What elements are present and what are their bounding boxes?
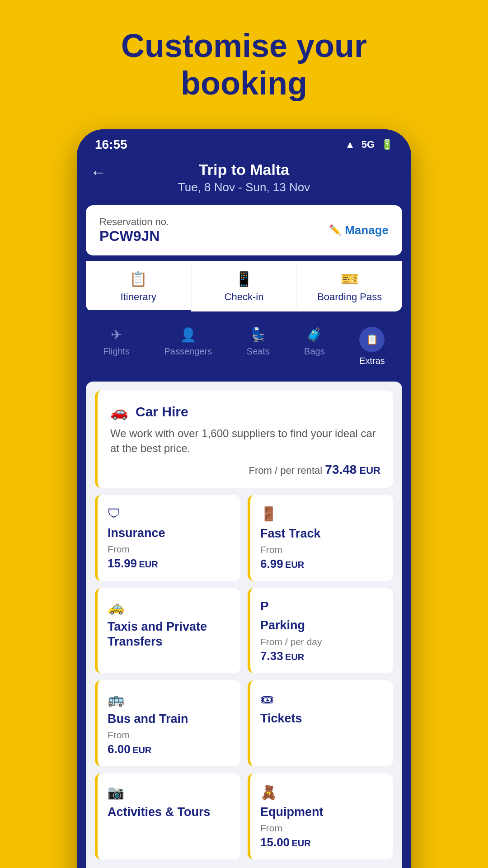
signal-icon: 5G <box>361 139 375 151</box>
bus-train-icon: 🚌 <box>108 691 230 707</box>
nav-passengers[interactable]: 👤 Passengers <box>164 327 212 366</box>
car-hire-card[interactable]: 🚗 Car Hire We work with over 1,600 suppl… <box>95 391 393 488</box>
bus-train-card[interactable]: 🚌 Bus and Train From 6.00 EUR <box>95 680 240 766</box>
taxis-card[interactable]: 🚕 Taxis and Private Transfers <box>95 588 240 673</box>
tab-boarding-label: Boarding Pass <box>317 291 382 303</box>
activities-icon: 📷 <box>108 784 230 800</box>
parking-card[interactable]: P Parking From / per day 7.33 EUR <box>248 588 393 673</box>
extras-label: Extras <box>359 356 385 366</box>
reservation-card: Reservation no. PCW9JN ✏️ Manage <box>86 205 402 255</box>
bus-train-price: 6.00 EUR <box>108 742 230 756</box>
seats-label: Seats <box>247 346 270 357</box>
insurance-card[interactable]: 🛡 Insurance From 15.99 EUR <box>95 495 240 581</box>
fast-track-icon: 🚪 <box>260 506 383 522</box>
trip-dates: Tue, 8 Nov - Sun, 13 Nov <box>104 180 384 194</box>
tab-boarding[interactable]: 🎫 Boarding Pass <box>297 261 402 311</box>
nav-seats[interactable]: 💺 Seats <box>247 327 270 366</box>
nav-bags[interactable]: 🧳 Bags <box>304 327 325 366</box>
parking-icon: P <box>260 599 383 613</box>
tab-itinerary-label: Itinerary <box>121 291 156 303</box>
bus-train-from: From <box>108 730 230 741</box>
back-button[interactable]: ← <box>90 163 107 182</box>
tickets-title: Tickets <box>260 711 383 726</box>
app-header: ← Trip to Malta Tue, 8 Nov - Sun, 13 Nov <box>77 156 411 205</box>
equipment-card[interactable]: 🧸 Equipment From 15.00 EUR <box>248 774 393 859</box>
taxis-icon: 🚕 <box>108 599 230 615</box>
status-icons: ▲ 5G 🔋 <box>345 139 393 151</box>
equipment-from: From <box>260 823 383 834</box>
extras-grid-row1: 🛡 Insurance From 15.99 EUR 🚪 Fast Track … <box>95 495 393 581</box>
parking-price: 7.33 EUR <box>260 649 383 663</box>
car-hire-description: We work with over 1,600 suppliers to fin… <box>110 426 380 456</box>
equipment-icon: 🧸 <box>260 784 383 800</box>
tickets-card[interactable]: 🎟 Tickets <box>248 680 393 766</box>
nav-flights[interactable]: ✈ Flights <box>103 327 130 366</box>
trip-title: Trip to Malta <box>104 161 384 179</box>
extras-grid-row3: 🚌 Bus and Train From 6.00 EUR 🎟 Tickets <box>95 680 393 766</box>
passengers-icon: 👤 <box>180 327 197 343</box>
insurance-price: 15.99 EUR <box>108 557 230 571</box>
extras-icon: 📋 <box>359 327 385 352</box>
car-hire-price-row: From / per rental 73.48 EUR <box>110 462 380 477</box>
tickets-icon: 🎟 <box>260 691 383 707</box>
nav-extras[interactable]: 📋 Extras <box>359 327 385 366</box>
flights-label: Flights <box>103 346 130 357</box>
car-hire-price-prefix: From / per rental <box>249 465 323 476</box>
fast-track-from: From <box>260 544 383 555</box>
bags-icon: 🧳 <box>306 327 323 343</box>
insurance-from: From <box>108 544 230 555</box>
clock: 16:55 <box>95 137 127 152</box>
tab-itinerary[interactable]: 📋 Itinerary <box>86 261 191 311</box>
equipment-price: 15.00 EUR <box>260 835 383 849</box>
wifi-icon: ▲ <box>345 139 355 151</box>
bus-train-title: Bus and Train <box>108 712 230 726</box>
manage-button[interactable]: ✏️ Manage <box>329 223 389 237</box>
bags-label: Bags <box>304 346 325 357</box>
fast-track-price: 6.99 EUR <box>260 557 383 571</box>
car-hire-price: 73.48 EUR <box>325 465 380 476</box>
parking-from: From / per day <box>260 637 383 647</box>
extras-grid-row2: 🚕 Taxis and Private Transfers P Parking … <box>95 588 393 673</box>
itinerary-icon: 📋 <box>129 270 147 288</box>
tabs-row: 📋 Itinerary 📱 Check-in 🎫 Boarding Pass <box>86 261 402 311</box>
activities-title: Activities & Tours <box>108 805 230 819</box>
bottom-nav: ✈ Flights 👤 Passengers 💺 Seats 🧳 Bags 📋 … <box>77 317 411 373</box>
reservation-number: PCW9JN <box>99 228 169 245</box>
taxis-title: Taxis and Private Transfers <box>108 619 230 649</box>
tab-checkin-label: Check-in <box>225 291 264 303</box>
insurance-title: Insurance <box>108 526 230 540</box>
extras-grid-row4: 📷 Activities & Tours 🧸 Equipment From 15… <box>95 774 393 859</box>
equipment-title: Equipment <box>260 805 383 819</box>
boarding-icon: 🎫 <box>341 270 359 288</box>
fast-track-title: Fast Track <box>260 526 383 541</box>
activities-card[interactable]: 📷 Activities & Tours <box>95 774 240 859</box>
parking-title: Parking <box>260 618 383 632</box>
seats-icon: 💺 <box>250 327 267 343</box>
phone-frame: 16:55 ▲ 5G 🔋 ← Trip to Malta Tue, 8 Nov … <box>77 129 411 868</box>
battery-icon: 🔋 <box>381 139 393 151</box>
page-headline: Customise your booking <box>85 27 403 102</box>
tab-checkin[interactable]: 📱 Check-in <box>192 261 297 311</box>
insurance-icon: 🛡 <box>108 506 230 521</box>
pencil-icon: ✏️ <box>329 224 341 236</box>
reservation-label: Reservation no. <box>99 216 169 228</box>
flights-icon: ✈ <box>111 327 122 343</box>
passengers-label: Passengers <box>164 346 212 357</box>
car-hire-icon: 🚗 <box>110 403 128 420</box>
fast-track-card[interactable]: 🚪 Fast Track From 6.99 EUR <box>248 495 393 581</box>
checkin-icon: 📱 <box>235 270 253 288</box>
car-hire-title: Car Hire <box>136 404 188 420</box>
status-bar: 16:55 ▲ 5G 🔋 <box>77 129 411 156</box>
extras-content: 🚗 Car Hire We work with over 1,600 suppl… <box>86 382 402 868</box>
